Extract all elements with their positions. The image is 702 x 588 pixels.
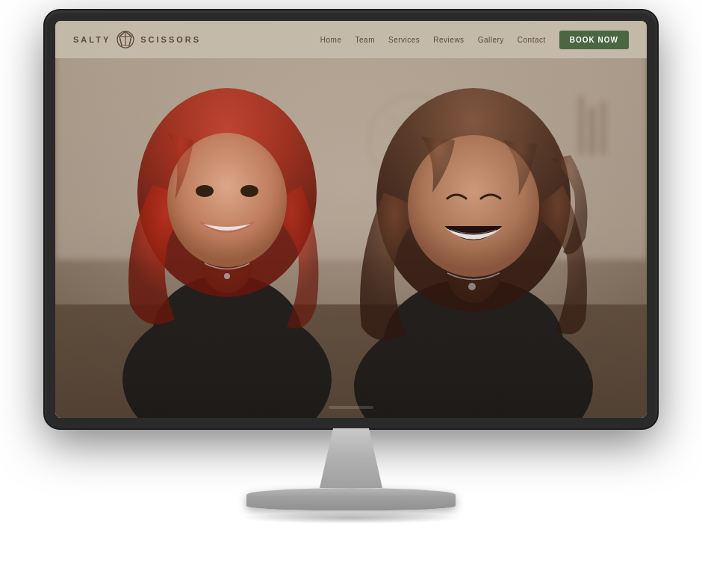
monitor-wrapper: SALTY [30, 10, 672, 578]
nav-link-contact[interactable]: Contact [518, 36, 546, 44]
logo-gem-icon [115, 29, 136, 50]
monitor-stand-neck [306, 428, 396, 488]
monitor-body: SALTY [45, 10, 657, 428]
nav-link-services[interactable]: Services [388, 36, 420, 44]
hero-image [55, 21, 647, 418]
monitor-screen: SALTY [55, 21, 647, 418]
website-content: SALTY [55, 21, 647, 418]
svg-line-29 [129, 37, 131, 46]
nav-link-team[interactable]: Team [355, 36, 375, 44]
monitor-stand-base [246, 488, 456, 510]
book-now-button[interactable]: BOOK NOW [559, 31, 629, 49]
nav-link-home[interactable]: Home [320, 36, 342, 44]
logo-area: SALTY [73, 29, 201, 50]
svg-line-28 [119, 37, 122, 46]
nav-link-gallery[interactable]: Gallery [478, 36, 504, 44]
logo-text-salty: SALTY [73, 35, 111, 44]
monitor-bottom-edge [329, 406, 373, 409]
nav-links: Home Team Services Reviews Gallery Conta… [320, 31, 629, 49]
navbar: SALTY [55, 21, 647, 58]
monitor-stand-shadow [239, 512, 463, 524]
svg-rect-23 [55, 21, 647, 418]
nav-link-reviews[interactable]: Reviews [433, 36, 464, 44]
logo-text-scissors: SCISSORS [140, 35, 201, 44]
